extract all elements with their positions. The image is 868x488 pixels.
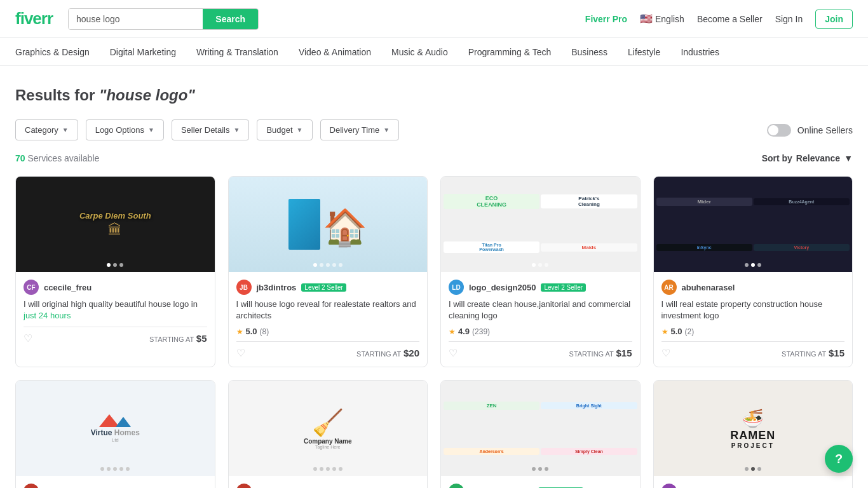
delivery-time-chevron-icon: ▼ bbox=[383, 126, 390, 133]
language-selector[interactable]: 🇺🇸 English bbox=[640, 13, 684, 25]
avatar-1: CF bbox=[24, 280, 39, 295]
service-card-7[interactable]: ZEN Bright Sight Anderson's Simply Clean… bbox=[440, 380, 641, 488]
card-footer-4: ♡ STARTING AT $15 bbox=[661, 341, 845, 359]
logo-cell-patricks: Patrick'sCleaning bbox=[541, 194, 637, 208]
logo-cell-bright: Bright Sight bbox=[541, 402, 637, 409]
seller-name-2[interactable]: jb3dintros bbox=[257, 283, 297, 292]
online-toggle-switch[interactable] bbox=[767, 124, 791, 137]
seller-name-1[interactable]: ccecile_freu bbox=[44, 283, 92, 292]
dot bbox=[126, 467, 130, 471]
delivery-time-filter[interactable]: Delivery Time ▼ bbox=[320, 119, 400, 140]
card-dots-1 bbox=[107, 263, 123, 267]
seller-name-4[interactable]: abuhenarasel bbox=[682, 283, 735, 292]
seller-info-3: LD logo_design2050 Level 2 Seller bbox=[449, 280, 632, 295]
seller-info-2: JB jb3dintros Level 2 Seller bbox=[236, 280, 420, 295]
card-link-1[interactable]: just 24 hours bbox=[24, 311, 71, 320]
price-value-3: $15 bbox=[616, 348, 632, 358]
rating-count-4: (2) bbox=[685, 327, 695, 336]
dot bbox=[320, 263, 323, 267]
card-dots-8 bbox=[745, 467, 761, 471]
avatar-3: LD bbox=[449, 280, 464, 295]
seller-info-8: JR jaime_roberts bbox=[661, 484, 845, 488]
nav-item-video[interactable]: Video & Animation bbox=[299, 39, 371, 65]
nav-item-business[interactable]: Business bbox=[571, 39, 607, 65]
house-3d-graphic: 🏠 bbox=[229, 177, 428, 272]
main-content: Results for "house logo" Category ▼ Logo… bbox=[0, 66, 868, 488]
logo-options-chevron-icon: ▼ bbox=[148, 126, 154, 133]
nav-item-lifestyle[interactable]: Lifestyle bbox=[628, 39, 660, 65]
join-button[interactable]: Join bbox=[815, 10, 853, 29]
dot bbox=[339, 467, 342, 471]
results-title: Results for "house logo" bbox=[15, 86, 853, 104]
dot bbox=[339, 263, 342, 267]
logo-cell-mider: Mider bbox=[656, 198, 752, 206]
favorite-btn-4[interactable]: ♡ bbox=[661, 347, 670, 359]
dot bbox=[757, 263, 761, 267]
sign-in-link[interactable]: Sign In bbox=[775, 14, 803, 24]
service-card-6[interactable]: 🧹 Company Name Tagline Here IS isaiasfol… bbox=[228, 380, 428, 488]
logo-options-filter[interactable]: Logo Options ▼ bbox=[86, 119, 164, 140]
sort-value: Relevance bbox=[796, 153, 840, 163]
fiverr-pro-link[interactable]: Fiverr Pro bbox=[585, 14, 627, 24]
budget-filter[interactable]: Budget ▼ bbox=[257, 119, 312, 140]
filters-bar: Category ▼ Logo Options ▼ Seller Details… bbox=[15, 119, 853, 140]
favorite-btn-3[interactable]: ♡ bbox=[449, 347, 458, 359]
logo-cell-buzz: Buzz4Agent bbox=[754, 198, 850, 205]
favorite-btn-2[interactable]: ♡ bbox=[236, 347, 245, 359]
logo-cell-victory: Victory bbox=[754, 244, 850, 251]
search-input[interactable] bbox=[69, 9, 203, 29]
service-card-1[interactable]: Carpe Diem South 🏛 CF ccecile_freu I wil… bbox=[15, 176, 215, 367]
become-seller-link[interactable]: Become a Seller bbox=[697, 14, 763, 24]
seller-details-label: Seller Details bbox=[181, 125, 230, 135]
budget-chevron-icon: ▼ bbox=[297, 126, 303, 133]
nav-item-music[interactable]: Music & Audio bbox=[391, 39, 448, 65]
nav-item-industries[interactable]: Industries bbox=[681, 39, 719, 65]
dot bbox=[119, 263, 123, 267]
help-button[interactable]: ? bbox=[825, 445, 853, 473]
dot bbox=[100, 467, 104, 471]
fiverr-logo[interactable]: fiverr bbox=[15, 9, 53, 29]
card-desc-4: I will real estate property construction… bbox=[661, 299, 845, 322]
card-rating-2: ★ 5.0 (8) bbox=[236, 327, 420, 336]
service-card-5[interactable]: Virtue Homes Ltd IZ izabellaowchink bbox=[15, 380, 215, 488]
virtue-homes-graphic: Virtue Homes Ltd bbox=[91, 414, 140, 443]
logo-cell-titan: Titan ProPowerwash bbox=[444, 241, 539, 253]
search-button[interactable]: Search bbox=[203, 9, 258, 29]
card-body-3: LD logo_design2050 Level 2 Seller I will… bbox=[441, 272, 640, 367]
nav-item-graphics[interactable]: Graphics & Design bbox=[15, 39, 90, 65]
delivery-time-label: Delivery Time bbox=[330, 125, 380, 135]
favorite-btn-1[interactable]: ♡ bbox=[24, 332, 32, 344]
card-body-7: DB design_blast599 Level 2 Seller bbox=[441, 476, 640, 488]
dot bbox=[107, 263, 111, 267]
category-chevron-icon: ▼ bbox=[62, 126, 69, 133]
ramen-logo-graphic: 🍜 RAMEN PROJECT bbox=[730, 408, 775, 449]
service-card-4[interactable]: Mider Buzz4Agent inSync Victory AR abuhe… bbox=[653, 176, 853, 367]
service-card-8[interactable]: 🍜 RAMEN PROJECT JR jaime_roberts bbox=[653, 380, 853, 488]
online-sellers-label: Online Sellers bbox=[797, 125, 853, 135]
count-value: 70 bbox=[15, 153, 25, 163]
card-rating-3: ★ 4.9 (239) bbox=[449, 327, 632, 336]
nav-item-writing[interactable]: Writing & Translation bbox=[196, 39, 278, 65]
toggle-knob bbox=[768, 125, 778, 135]
card-image-2: 🏠 bbox=[229, 177, 428, 272]
category-filter[interactable]: Category ▼ bbox=[15, 119, 78, 140]
card-desc-3: I will create clean house,janitorial and… bbox=[449, 299, 632, 322]
cleaning-logo-graphic: 🧹 Company Name Tagline Here bbox=[304, 408, 352, 449]
card-desc-2: I will house logo reveal for realestate … bbox=[236, 299, 420, 322]
service-card-3[interactable]: ECOCLEANING Patrick'sCleaning Titan ProP… bbox=[440, 176, 641, 367]
seller-details-filter[interactable]: Seller Details ▼ bbox=[172, 119, 250, 140]
language-label: English bbox=[655, 14, 684, 24]
logo-options-label: Logo Options bbox=[95, 125, 144, 135]
card-rating-4: ★ 5.0 (2) bbox=[661, 327, 845, 336]
service-card-2[interactable]: 🏠 JB jb3dintros Level 2 Seller I will ho… bbox=[228, 176, 428, 367]
sort-by-selector[interactable]: Sort by Relevance ▼ bbox=[762, 153, 853, 163]
avatar-4: AR bbox=[661, 280, 677, 295]
dot bbox=[107, 467, 111, 471]
card-image-3: ECOCLEANING Patrick'sCleaning Titan ProP… bbox=[441, 177, 640, 272]
nav-item-programming[interactable]: Programming & Tech bbox=[468, 39, 551, 65]
nav-item-digital[interactable]: Digital Marketing bbox=[110, 39, 176, 65]
budget-label: Budget bbox=[266, 125, 292, 135]
seller-info-7: DB design_blast599 Level 2 Seller bbox=[449, 484, 632, 488]
seller-name-3[interactable]: logo_design2050 bbox=[469, 283, 536, 292]
logo-cell-maids: Maids bbox=[541, 243, 637, 252]
